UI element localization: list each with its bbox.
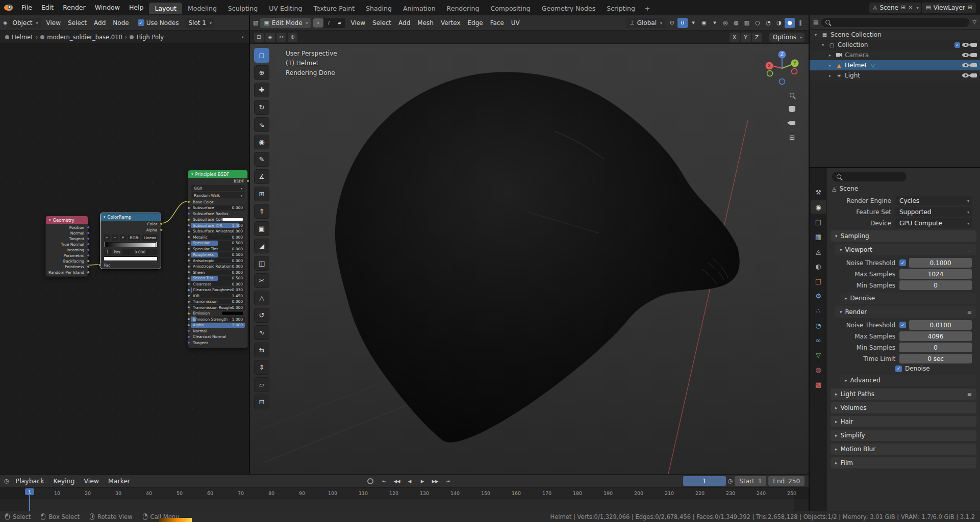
shader-menu-view[interactable]: View [43, 15, 64, 30]
tool-shear[interactable]: ▱ [254, 377, 269, 392]
use-preview-range-icon[interactable] [728, 478, 733, 484]
slot-dropdown[interactable]: Slot 1 [185, 18, 214, 28]
tool-extrude-region[interactable]: ⇑ [254, 204, 269, 219]
collapse-icon[interactable]: ▾ [104, 215, 106, 219]
color-ramp-gradient[interactable] [104, 242, 158, 247]
bsdf-input-transmission-roughness[interactable]: Transmission Roughness0.000 [191, 305, 245, 310]
shader-menu-node[interactable]: Node [109, 15, 132, 30]
ramp-stop-handle[interactable] [156, 242, 157, 248]
workspace-tab-rendering[interactable]: Rendering [441, 3, 485, 14]
properties-tab-tool[interactable]: ⚒ [811, 186, 826, 199]
workspace-tab-modeling[interactable]: Modeling [182, 3, 222, 14]
jump-to-end-button[interactable]: ⇥ [442, 476, 454, 486]
mirror-z-button[interactable]: Z [752, 33, 762, 42]
playhead-frame-chip[interactable]: 1 [25, 488, 34, 495]
mirror-x-button[interactable]: X [730, 33, 740, 42]
tool-transform[interactable]: ◉ [254, 135, 269, 149]
bsdf-input-clearcoat[interactable]: Clearcoat0.000 [191, 281, 245, 286]
pos-value-field[interactable]: 0.000 [122, 249, 158, 255]
pause-icon[interactable]: ‖ [795, 18, 806, 28]
prev-keyframe-button[interactable]: ◀◀ [391, 476, 403, 486]
field-min-samples[interactable]: 0 [899, 343, 972, 352]
panel-film[interactable]: Film [831, 457, 976, 468]
colorramp-output-alpha[interactable]: Alpha [100, 227, 161, 233]
frame-ruler[interactable]: 1102030405060708090100110120130140150160… [0, 488, 809, 499]
geometry-node-header[interactable]: ▾ Geometry [46, 216, 88, 224]
filter-icon[interactable] [972, 19, 976, 25]
bsdf-input-emission-strength[interactable]: Emission Strength1.000 [191, 317, 245, 322]
disable-in-renders-toggle[interactable] [971, 73, 977, 77]
hide-in-viewport-toggle[interactable] [962, 53, 969, 57]
timeline-menu-view[interactable]: View [79, 475, 104, 487]
zoom-icon[interactable] [790, 93, 794, 97]
shading-rendered-icon[interactable]: ● [785, 18, 795, 28]
properties-tab-render[interactable]: ◉ [811, 200, 826, 214]
jump-to-start-button[interactable]: ⇤ [379, 476, 390, 486]
menu-render[interactable]: Render [58, 0, 90, 15]
active-tool-icon[interactable]: ⊡ [254, 33, 264, 42]
properties-tab-world[interactable]: ◐ [811, 259, 826, 273]
expand-caret[interactable]: ▸ [827, 73, 833, 78]
outliner-row-camera[interactable]: ▸Camera [810, 50, 980, 60]
mode-dropdown[interactable]: ▣ Edit Mode [260, 18, 310, 28]
breadcrumb-item-helmet[interactable]: Helmet [12, 34, 33, 41]
start-frame-field[interactable]: Start 1 [735, 476, 766, 486]
bsdf-input-tangent[interactable]: Tangent [191, 340, 245, 345]
field-max-samples[interactable]: 4096 [899, 331, 972, 341]
properties-tab-texture[interactable]: ▩ [811, 378, 826, 391]
tool-cursor[interactable]: ⊕ [254, 65, 269, 80]
bsdf-input-normal[interactable]: Normal [191, 328, 245, 333]
panel-motion-blur[interactable]: Motion Blur [831, 443, 976, 455]
tool-knife[interactable]: ✂ [254, 273, 269, 288]
menu-file[interactable]: File [17, 0, 37, 15]
field-time-limit[interactable]: 0 sec [899, 354, 972, 363]
properties-tab-physics[interactable]: ◔ [811, 319, 826, 332]
shader-menu-add[interactable]: Add [90, 15, 109, 30]
edge-select-mode[interactable]: / [324, 18, 334, 28]
properties-search-field[interactable] [832, 172, 907, 181]
field-device[interactable]: GPU Compute [895, 218, 972, 228]
panel-sampling[interactable]: Sampling [831, 230, 976, 242]
menu-edit[interactable]: Edit [37, 0, 58, 15]
disable-in-renders-toggle[interactable] [971, 53, 977, 57]
gizmo-x-negative[interactable] [792, 69, 797, 74]
timeline-body[interactable]: 1102030405060708090100110120130140150160… [0, 488, 809, 511]
gizmo-z-negative[interactable] [780, 79, 785, 85]
panel-menu-icon[interactable] [967, 391, 972, 398]
breadcrumb-item-high-poly[interactable]: High Poly [136, 34, 164, 41]
proportional-dropdown[interactable]: ▾ [710, 18, 720, 28]
editor-type-icon[interactable] [253, 19, 258, 26]
outliner-row-helmet[interactable]: ▸Helmet [810, 60, 980, 70]
add-workspace-button[interactable]: + [641, 3, 654, 14]
workspace-tab-geometry-nodes[interactable]: Geometry Nodes [536, 3, 601, 14]
bsdf-input-metallic[interactable]: Metallic0.000 [191, 234, 245, 240]
add-stop-button[interactable]: + [104, 234, 110, 241]
panel-volumes[interactable]: Volumes [831, 402, 976, 413]
unlink-scene-icon[interactable] [908, 4, 913, 11]
socket-true-normal[interactable] [87, 243, 90, 246]
tool-bevel[interactable]: ◢ [254, 239, 269, 253]
bsdf-input-roughness[interactable]: Roughness0.500 [191, 252, 245, 257]
shading-solid-icon[interactable]: ◔ [763, 18, 773, 28]
expand-caret[interactable]: ▸ [827, 53, 833, 58]
tool-inset-faces[interactable]: ▣ [254, 221, 269, 236]
checkbox-noise-threshold[interactable] [899, 322, 906, 328]
play-button[interactable]: ▶ [417, 476, 429, 486]
next-keyframe-button[interactable]: ▶▶ [430, 476, 441, 486]
editor-type-icon[interactable] [4, 478, 9, 484]
color-output-socket[interactable] [160, 222, 163, 225]
workspace-tab-uv-editing[interactable]: UV Editing [263, 3, 308, 14]
active-stop-color-swatch[interactable] [104, 256, 158, 261]
viewport-menu-uv[interactable]: UV [508, 15, 523, 30]
field-max-samples[interactable]: 1024 [899, 269, 972, 279]
snap-toggle[interactable]: ∪ [677, 18, 688, 28]
viewport-menu-select[interactable]: Select [369, 15, 395, 30]
panel-sampling-render[interactable]: Render [835, 306, 976, 318]
presets-menu-icon[interactable] [967, 247, 972, 253]
orientation-icon[interactable]: ◈ [265, 33, 275, 42]
properties-tab-particles[interactable]: ∴ [811, 304, 826, 317]
viewport-menu-edge[interactable]: Edge [464, 15, 486, 30]
viewport-menu-vertex[interactable]: Vertex [437, 15, 464, 30]
interpolation-dropdown[interactable]: Linear [142, 234, 158, 241]
play-reverse-button[interactable]: ◀ [404, 476, 416, 486]
